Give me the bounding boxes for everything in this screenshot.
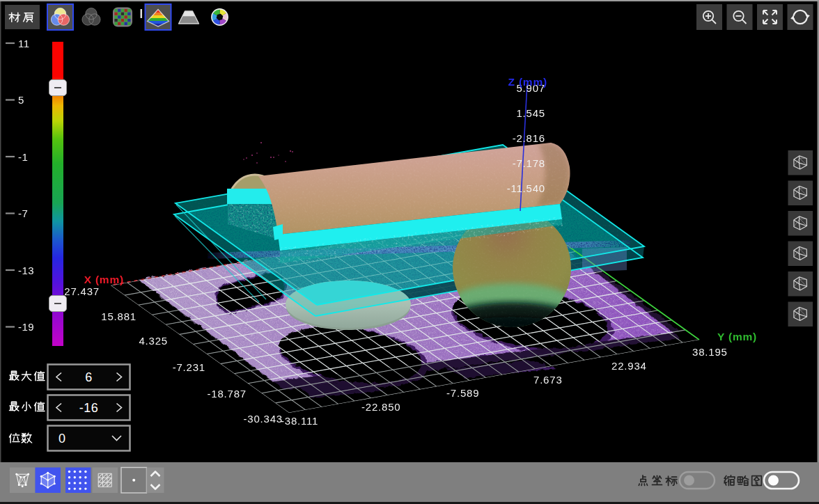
svg-text:-7.178: -7.178 [513, 157, 545, 169]
svg-text:-13: -13 [18, 265, 34, 276]
svg-text:27.437: 27.437 [64, 285, 100, 297]
svg-text:-1: -1 [18, 151, 28, 163]
svg-text:4.325: 4.325 [139, 335, 168, 347]
svg-text:Y (mm): Y (mm) [717, 331, 757, 342]
svg-text:-38.111: -38.111 [281, 415, 318, 427]
svg-text:38.195: 38.195 [692, 346, 728, 358]
svg-text:-19: -19 [18, 321, 34, 333]
svg-text:-7.231: -7.231 [173, 361, 205, 373]
svg-text:6: 6 [85, 370, 93, 384]
svg-text:-16: -16 [79, 401, 99, 415]
svg-text:X (mm): X (mm) [84, 274, 124, 285]
svg-text:Z (mm): Z (mm) [508, 76, 547, 88]
svg-text:22.934: 22.934 [611, 360, 647, 372]
svg-text:15.881: 15.881 [101, 310, 136, 322]
svg-text:-7.589: -7.589 [446, 387, 479, 399]
svg-text:11: 11 [18, 38, 30, 49]
svg-text:-22.850: -22.850 [361, 401, 400, 413]
svg-text:-11.540: -11.540 [507, 182, 545, 194]
svg-text:1.545: 1.545 [516, 107, 545, 119]
svg-text:7.673: 7.673 [533, 374, 563, 386]
svg-text:-7: -7 [18, 207, 28, 219]
svg-text:0: 0 [58, 432, 66, 446]
svg-text:5: 5 [18, 94, 24, 106]
svg-text:-30.343: -30.343 [244, 413, 283, 425]
svg-text:-2.816: -2.816 [513, 132, 545, 144]
svg-text:-18.787: -18.787 [208, 388, 247, 400]
